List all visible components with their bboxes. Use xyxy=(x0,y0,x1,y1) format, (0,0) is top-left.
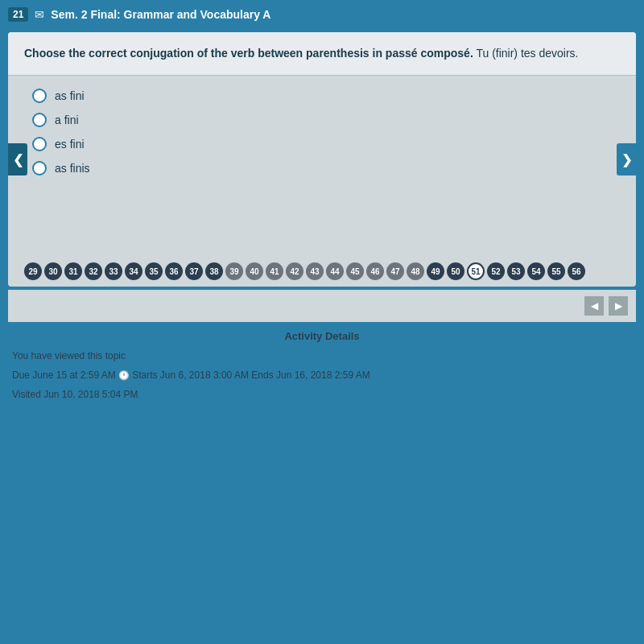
page-num-31[interactable]: 31 xyxy=(64,262,82,280)
radio-1[interactable] xyxy=(32,89,47,103)
page-num-34[interactable]: 34 xyxy=(125,262,142,280)
page-num-39[interactable]: 39 xyxy=(225,262,243,280)
page-num-49[interactable]: 49 xyxy=(427,262,444,280)
page-num-53[interactable]: 53 xyxy=(507,262,525,280)
page-num-52[interactable]: 52 xyxy=(487,262,505,280)
page-num-30[interactable]: 30 xyxy=(44,262,62,280)
option-2[interactable]: a fini xyxy=(32,113,612,127)
page-num-51[interactable]: 51 xyxy=(467,262,485,280)
nav-arrow-right[interactable]: ❯ xyxy=(617,143,636,175)
clock-icon: 🕐 xyxy=(118,370,132,380)
nav-forward-button[interactable]: ▶ xyxy=(609,296,628,316)
radio-2[interactable] xyxy=(32,113,47,127)
page-num-41[interactable]: 41 xyxy=(266,262,283,280)
option-4[interactable]: as finis xyxy=(32,161,612,175)
viewed-status: You have viewed this topic xyxy=(12,349,632,363)
page-num-36[interactable]: 36 xyxy=(165,262,183,280)
pagination-bar: 2930313233343536373839404142434445464748… xyxy=(16,256,628,287)
question-number-badge: 21 xyxy=(8,7,28,22)
page-num-56[interactable]: 56 xyxy=(568,262,585,280)
page-num-55[interactable]: 55 xyxy=(547,262,565,280)
radio-4[interactable] xyxy=(32,161,47,175)
due-label: Due June 15 at 2:59 AM xyxy=(12,369,116,381)
page-num-44[interactable]: 44 xyxy=(326,262,344,280)
page-num-32[interactable]: 32 xyxy=(85,262,102,280)
activity-details-section: Activity Details You have viewed this to… xyxy=(0,322,644,415)
visited-label: Visited Jun 10, 2018 5:04 PM xyxy=(12,389,138,400)
page-num-35[interactable]: 35 xyxy=(145,262,163,280)
page-num-37[interactable]: 37 xyxy=(185,262,203,280)
due-date-row: Due June 15 at 2:59 AM 🕐 Starts Jun 6, 2… xyxy=(12,368,632,382)
page-num-29[interactable]: 29 xyxy=(24,262,42,280)
nav-buttons-row: ◀ ▶ xyxy=(8,290,636,322)
ends-label: Ends Jun 16, 2018 2:59 AM xyxy=(251,369,369,381)
question-text: Choose the correct conjugation of the ve… xyxy=(24,45,620,62)
page-container: 21 ✉ Sem. 2 Final: Grammar and Vocabular… xyxy=(0,0,644,644)
page-num-40[interactable]: 40 xyxy=(246,262,263,280)
visited-row: Visited Jun 10, 2018 5:04 PM xyxy=(12,387,632,402)
mail-icon: ✉ xyxy=(35,8,44,21)
option-3[interactable]: es fini xyxy=(32,137,612,151)
option-1[interactable]: as fini xyxy=(32,89,612,103)
option-1-text: as fini xyxy=(55,89,85,102)
option-2-text: a fini xyxy=(55,114,79,126)
question-sentence: Tu (finir) tes devoirs. xyxy=(476,47,578,60)
nav-back-button[interactable]: ◀ xyxy=(584,296,604,316)
option-4-text: as finis xyxy=(55,162,90,175)
page-num-46[interactable]: 46 xyxy=(366,262,384,280)
spacer xyxy=(8,192,636,256)
starts-label: Starts Jun 6, 2018 3:00 AM xyxy=(132,369,249,381)
page-title: Sem. 2 Final: Grammar and Vocabulary A xyxy=(51,8,270,21)
header-bar: 21 ✉ Sem. 2 Final: Grammar and Vocabular… xyxy=(0,0,644,29)
option-3-text: es fini xyxy=(55,138,85,151)
page-num-43[interactable]: 43 xyxy=(306,262,324,280)
nav-arrow-left[interactable]: ❮ xyxy=(8,143,27,175)
page-num-45[interactable]: 45 xyxy=(346,262,364,280)
radio-3[interactable] xyxy=(32,137,47,151)
chevron-left-icon: ❮ xyxy=(13,152,23,167)
answer-options: as fini a fini es fini as finis xyxy=(8,76,636,192)
page-num-38[interactable]: 38 xyxy=(205,262,223,280)
quiz-card: ❮ ❯ Choose the correct conjugation of th… xyxy=(8,32,636,287)
chevron-right-icon: ❯ xyxy=(621,152,632,167)
page-num-54[interactable]: 54 xyxy=(527,262,545,280)
page-num-42[interactable]: 42 xyxy=(286,262,303,280)
page-num-50[interactable]: 50 xyxy=(447,262,464,280)
activity-details-title: Activity Details xyxy=(12,330,632,342)
question-box: Choose the correct conjugation of the ve… xyxy=(8,32,636,76)
page-num-48[interactable]: 48 xyxy=(407,262,424,280)
page-num-33[interactable]: 33 xyxy=(105,262,122,280)
question-instruction: Choose the correct conjugation of the ve… xyxy=(24,47,473,60)
page-num-47[interactable]: 47 xyxy=(386,262,404,280)
